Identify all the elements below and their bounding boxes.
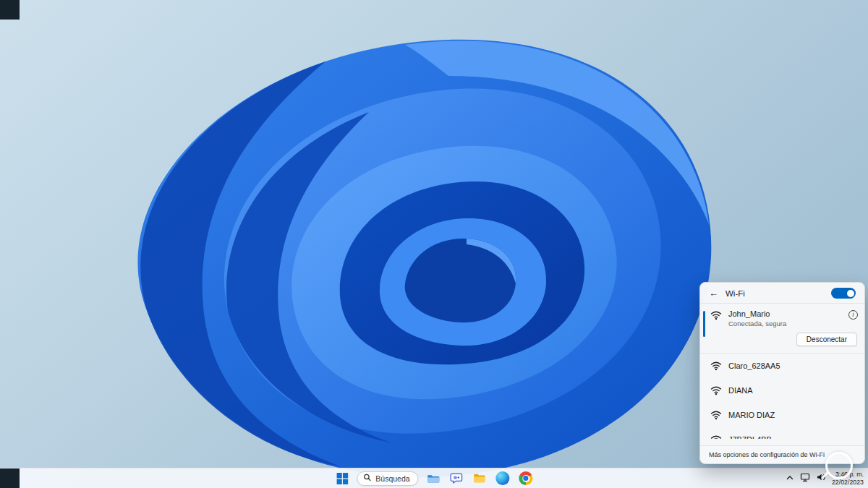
- connected-network-status: Conectada, segura: [728, 320, 786, 328]
- info-icon[interactable]: i: [848, 310, 858, 320]
- disconnect-button[interactable]: Desconectar: [796, 333, 857, 346]
- wifi-toggle[interactable]: [831, 288, 856, 299]
- selection-accent-bar: [703, 311, 705, 337]
- chrome-icon[interactable]: [518, 470, 535, 487]
- watermark-logo: [825, 452, 853, 479]
- wifi-network-item[interactable]: Claro_628AA5: [700, 354, 864, 378]
- wifi-panel-title: Wi-Fi: [726, 289, 824, 298]
- network-name: J7B7DL4BB: [728, 435, 772, 439]
- connected-network-texts: John_Mario Conectada, segura: [728, 309, 786, 328]
- tray-chevron-up-icon[interactable]: [786, 472, 794, 485]
- connected-network-item[interactable]: John_Mario Conectada, segura i Desconect…: [700, 304, 864, 353]
- wifi-secured-icon: [710, 309, 722, 321]
- wifi-flyout-header: ← Wi-Fi: [700, 283, 864, 303]
- video-corner-marker-bottom: [0, 468, 20, 488]
- desktop: ← Wi-Fi John_Mario Conectada, segura i: [0, 0, 868, 488]
- network-name: DIANA: [728, 386, 753, 395]
- file-explorer-icon[interactable]: [425, 470, 442, 487]
- network-name: MARIO DIAZ: [728, 411, 775, 419]
- wifi-network-item[interactable]: MARIO DIAZ: [700, 403, 864, 427]
- wifi-icon: [710, 434, 722, 439]
- taskbar: Búsqueda: [0, 468, 868, 488]
- back-icon[interactable]: ←: [709, 288, 718, 298]
- wifi-icon: [710, 409, 722, 421]
- clock-date: 22/02/2023: [832, 479, 864, 487]
- start-button[interactable]: [333, 470, 350, 487]
- wifi-icon: [710, 385, 722, 396]
- wifi-network-list: Claro_628AA5 DIANA MARIO: [700, 354, 864, 439]
- wifi-icon: [710, 360, 722, 372]
- video-corner-marker-top: [0, 0, 20, 20]
- wifi-network-item[interactable]: DIANA: [700, 378, 864, 403]
- network-name: Claro_628AA5: [728, 361, 780, 370]
- taskbar-search[interactable]: Búsqueda: [357, 471, 418, 486]
- display-icon[interactable]: [800, 472, 810, 485]
- taskbar-center-group: Búsqueda: [333, 468, 534, 488]
- chat-icon[interactable]: [448, 470, 465, 487]
- system-tray: 3:46 p. m. 22/02/2023: [786, 468, 866, 488]
- connected-network-name: John_Mario: [728, 309, 786, 318]
- search-icon: [363, 474, 371, 483]
- edge-icon[interactable]: [495, 470, 511, 487]
- search-label: Búsqueda: [375, 474, 409, 483]
- wifi-network-item[interactable]: J7B7DL4BB: [700, 427, 864, 439]
- folder-icon[interactable]: [472, 470, 488, 487]
- wifi-flyout-panel: ← Wi-Fi John_Mario Conectada, segura i: [699, 282, 865, 464]
